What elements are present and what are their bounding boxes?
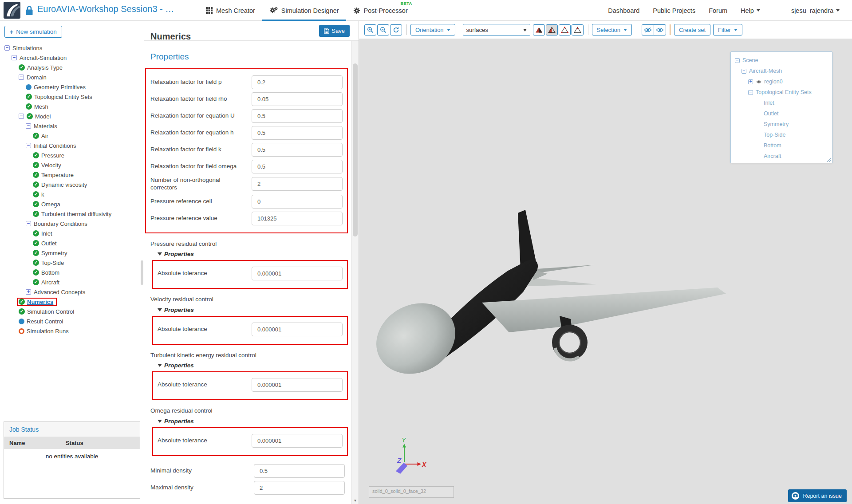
tree-item-simulation-runs[interactable]: Simulation Runs [0,326,144,336]
collapse-icon[interactable]: − [26,221,31,226]
absolute-tolerance-input[interactable] [252,378,343,392]
tab-simulation-designer[interactable]: Simulation Designer [262,0,346,21]
nav-help-menu[interactable]: Help [741,7,760,14]
tree-item-bottom[interactable]: ✓Bottom [0,268,144,277]
surface-wireframe-button[interactable] [559,24,571,35]
selected-face-field[interactable]: solid_0_solid_0_face_32 [369,486,454,498]
collapse-icon[interactable]: − [4,45,10,51]
relaxation-factor-for-field-rho-input[interactable] [252,92,343,106]
scene-item-inlet[interactable]: Inlet [733,98,830,108]
save-button[interactable]: Save [319,25,350,37]
relaxation-factor-for-equation-u-input[interactable] [252,109,343,123]
properties-toggle[interactable]: Properties [158,250,351,258]
project-title[interactable]: EuroAVIA-Workshop Session3 - … [37,4,174,14]
tree-item-initial-conditions[interactable]: −Initial Conditions [0,141,144,150]
collapse-icon[interactable]: − [735,58,740,63]
absolute-tolerance-input[interactable] [252,267,343,280]
nav-public-projects[interactable]: Public Projects [653,7,695,14]
tree-item-model[interactable]: −✓Model [0,111,144,121]
properties-toggle[interactable]: Properties [158,362,351,369]
expand-icon[interactable]: + [26,289,31,295]
surface-shaded-edges-button[interactable] [546,24,558,35]
app-logo[interactable] [4,2,20,19]
nav-dashboard[interactable]: Dashboard [608,7,639,14]
number-of-non-orthogonal-correctors-input[interactable] [252,177,343,191]
tree-item-dynamic-viscosity[interactable]: ✓Dynamic viscosity [0,180,144,189]
tree-item-outlet[interactable]: ✓Outlet [0,238,144,248]
tree-item-inlet[interactable]: ✓Inlet [0,228,144,238]
scene-item-topological-entity-sets[interactable]: −Topological Entity Sets [733,87,830,98]
tree-item-temperature[interactable]: ✓Temperature [0,170,144,180]
scene-item-bottom[interactable]: Bottom [733,140,830,151]
tree-item-simulation-control[interactable]: ✓Simulation Control [0,307,144,316]
tree-item-aircraft[interactable]: ✓Aircraft [0,277,144,287]
orientation-button[interactable]: Orientation [410,24,455,35]
collapse-icon[interactable]: − [26,123,31,129]
tree-item-result-control[interactable]: Result Control [0,316,144,326]
tree-item-simulations[interactable]: −Simulations [0,43,144,53]
collapse-icon[interactable]: − [748,90,753,95]
scene-item-symmetry[interactable]: Symmetry [733,119,830,130]
panel-scrollbar[interactable]: ▼ [351,41,359,504]
selection-button[interactable]: Selection [592,24,632,35]
tree-item-pressure[interactable]: ✓Pressure [0,150,144,160]
tab-post-processor[interactable]: Post-Processor BETA [346,0,415,21]
absolute-tolerance-input[interactable] [252,434,343,448]
tree-item-materials[interactable]: −Materials [0,121,144,131]
tree-item-mesh[interactable]: ✓Mesh [0,102,144,111]
zoom-out-button[interactable] [377,24,389,35]
tree-item-boundary-conditions[interactable]: −Boundary Conditions [0,219,144,228]
expand-icon[interactable]: + [748,79,753,84]
tree-item-domain[interactable]: −Domain [0,72,144,82]
properties-toggle[interactable]: Properties [158,417,351,425]
collapse-icon[interactable]: − [742,69,746,74]
tree-item-omega[interactable]: ✓Omega [0,199,144,209]
scroll-down-arrow-icon[interactable]: ▼ [352,499,359,503]
report-issue-button[interactable]: Report an issue [788,489,847,502]
relaxation-factor-for-field-omega-input[interactable] [252,160,343,173]
zoom-in-button[interactable] [364,24,376,35]
panel-scrollbar-thumb[interactable] [353,63,358,236]
tree-item-turbulent-thermal-diffusivity[interactable]: ✓Turbulent thermal diffusivity [0,209,144,219]
tree-item-air[interactable]: ✓Air [0,131,144,141]
tree-item-aircraft-simulation[interactable]: −Aircraft-Simulation [0,53,144,63]
tree-item-analysis-type[interactable]: ✓Analysis Type [0,63,144,72]
tree-item-k[interactable]: ✓k [0,189,144,199]
refresh-view-button[interactable] [390,24,402,35]
scene-item-aircraft-mesh[interactable]: −Aircraft-Mesh [733,66,830,76]
collapse-icon[interactable]: − [12,55,17,60]
collapse-icon[interactable]: − [19,75,24,80]
sidebar-scrollbar[interactable] [141,260,143,285]
resize-handle-icon[interactable] [827,158,831,162]
tree-item-topological-entity-sets[interactable]: ✓Topological Entity Sets [0,92,144,102]
tab-mesh-creator[interactable]: Mesh Creator [199,0,262,21]
tree-item-advanced-concepts[interactable]: +Advanced Concepts [0,287,144,297]
scene-item-scene[interactable]: −Scene [733,55,830,66]
surface-shaded-button[interactable] [533,24,545,35]
scene-item-top-side[interactable]: Top-Side [733,130,830,140]
tree-item-numerics[interactable]: ✓Numerics [0,297,144,307]
scene-item-outlet[interactable]: Outlet [733,108,830,119]
aircraft-3d-model[interactable] [371,203,735,385]
hide-selection-button[interactable] [642,24,654,35]
user-menu[interactable]: sjesu_rajendra [791,7,840,14]
properties-toggle[interactable]: Properties [158,306,351,314]
tree-item-symmetry[interactable]: ✓Symmetry [0,248,144,258]
maximal-density-input[interactable] [254,481,345,495]
absolute-tolerance-input[interactable] [252,323,343,336]
pressure-reference-cell-input[interactable] [252,195,343,209]
show-selection-button[interactable] [654,24,666,35]
create-set-button[interactable]: Create set [674,24,710,35]
tree-item-velocity[interactable]: ✓Velocity [0,160,144,170]
tree-item-top-side[interactable]: ✓Top-Side [0,258,144,268]
relaxation-factor-for-equation-h-input[interactable] [252,126,343,140]
nav-forum[interactable]: Forum [709,7,727,14]
collapse-icon[interactable]: − [19,114,24,119]
filter-button[interactable]: Filter [713,24,742,35]
viewport-canvas[interactable]: −Scene−Aircraft-Mesh+region0−Topological… [359,39,852,504]
scene-item-region0[interactable]: +region0 [733,76,830,87]
new-simulation-button[interactable]: + New simulation [4,26,62,38]
scene-item-aircraft[interactable]: Aircraft [733,151,830,161]
tree-item-geometry-primitives[interactable]: Geometry Primitives [0,82,144,92]
pressure-reference-value-input[interactable] [252,212,343,225]
